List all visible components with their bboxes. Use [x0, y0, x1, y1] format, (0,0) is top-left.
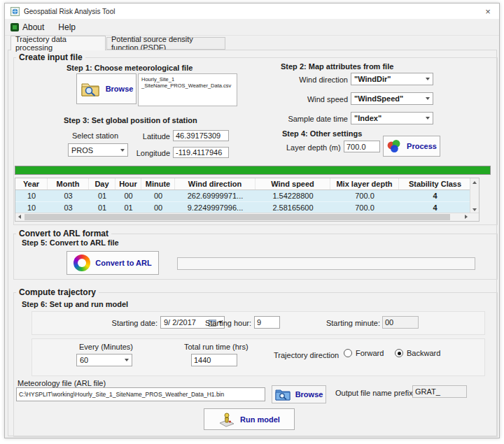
- cell: 700.0: [330, 202, 399, 213]
- cell: 00: [141, 202, 175, 213]
- wind-direction-label: Wind direction: [282, 76, 348, 84]
- forward-radio[interactable]: Forward: [344, 349, 384, 357]
- cell: 2.58165600: [255, 202, 330, 213]
- browse-arl-button[interactable]: Browse: [272, 385, 326, 403]
- weather-data-grid: Year Month Day Hour Minute Wind directio…: [15, 178, 479, 222]
- menu-help[interactable]: Help: [51, 19, 83, 35]
- horizontal-scrollbar[interactable]: [15, 213, 479, 221]
- run-model-icon: [218, 411, 235, 428]
- step5-title: Step 5: Convert to ARL file: [22, 238, 119, 247]
- run-model-button[interactable]: Run model: [204, 408, 295, 430]
- rgb-spheres-icon: [386, 139, 402, 153]
- col-hour[interactable]: Hour: [115, 178, 141, 189]
- step3-title: Step 3: Set global position of station: [64, 116, 197, 124]
- longitude-field[interactable]: -119.4117946: [173, 147, 229, 158]
- tab-psdf[interactable]: Potential source density function (PSDF): [106, 37, 225, 50]
- menu-help-label: Help: [58, 22, 76, 32]
- longitude-value: -119.4117946: [176, 148, 222, 157]
- chevron-down-icon: [426, 78, 430, 80]
- cell: 10: [15, 190, 48, 201]
- total-run-time-label: Total run time (hrs): [184, 343, 248, 351]
- cell: 4: [399, 202, 471, 213]
- col-stability[interactable]: Stability Class: [399, 178, 471, 189]
- starting-hour-value: 9: [257, 318, 261, 327]
- every-minutes-select[interactable]: 60: [76, 354, 132, 366]
- tab-label: Trajectory data processing: [15, 35, 101, 52]
- cell: 10: [15, 202, 48, 213]
- latitude-label: Latitude: [117, 132, 170, 141]
- process-button[interactable]: Process: [383, 136, 440, 157]
- browse-label: Browse: [106, 85, 134, 93]
- latitude-value: 46.39175309: [176, 131, 220, 140]
- close-button[interactable]: ×: [477, 3, 499, 19]
- cell: 01: [115, 202, 141, 213]
- latitude-field[interactable]: 46.39175309: [173, 130, 229, 141]
- cell: 01: [89, 202, 115, 213]
- backward-radio[interactable]: Backward: [395, 349, 440, 357]
- convert-to-arl-button[interactable]: Convert to ARL: [66, 251, 159, 275]
- chevron-down-icon: [426, 117, 430, 120]
- starting-date-label: Starting date:: [65, 319, 158, 327]
- output-prefix-field[interactable]: GRAT_: [412, 385, 467, 398]
- file-name-line2: _SiteName_PROS_Weather_Data.csv: [141, 83, 231, 89]
- wind-speed-select[interactable]: "WindSpeed": [351, 92, 433, 105]
- trajectory-direction-label: Trajectory direction: [274, 351, 339, 359]
- menu-bar: About Help: [5, 19, 499, 36]
- met-file-name-box[interactable]: Hourly_Site_1 _SiteName_PROS_Weather_Dat…: [138, 73, 237, 106]
- chevron-down-icon: [426, 97, 430, 100]
- met-arl-file-label: Meteorology file (ARL file): [18, 379, 106, 387]
- radio-selected-icon: [395, 349, 403, 357]
- total-run-time-field[interactable]: 1440: [191, 354, 237, 366]
- col-mix-depth[interactable]: Mix layer depth: [330, 178, 399, 189]
- about-icon: [10, 23, 19, 31]
- layer-depth-field[interactable]: 700.0: [344, 141, 380, 152]
- output-prefix-label: Output file name prefix: [335, 389, 413, 397]
- step4-title: Step 4: Other settings: [282, 129, 362, 138]
- browse-label: Browse: [295, 390, 323, 399]
- longitude-label: Longitude: [117, 149, 170, 157]
- tab-trajectory-data-processing[interactable]: Trajectory data processing: [10, 36, 106, 50]
- layer-depth-label: Layer depth (m): [286, 143, 341, 152]
- col-wind-dir[interactable]: Wind direction: [175, 178, 255, 189]
- met-arl-file-field[interactable]: C:\HYSPLIT\working\Hourly_Site_1_SiteNam…: [16, 387, 265, 401]
- col-month[interactable]: Month: [48, 178, 89, 189]
- backward-label: Backward: [407, 349, 440, 357]
- compute-heading: Compute trajectory: [16, 287, 99, 297]
- app-window: Geospatial Risk Analysis Tool × About He…: [4, 3, 500, 438]
- scroll-right-icon: [465, 215, 468, 219]
- create-input-heading: Create input file: [16, 52, 85, 62]
- cell: 00: [141, 190, 175, 201]
- col-year[interactable]: Year: [15, 178, 48, 189]
- layer-depth-value: 700.0: [346, 143, 366, 151]
- col-wind-spd[interactable]: Wind speed: [255, 178, 330, 189]
- run-model-label: Run model: [240, 415, 280, 424]
- browse-met-file-button[interactable]: Browse: [76, 73, 136, 104]
- convert-heading: Convert to ARL format: [16, 229, 111, 238]
- output-prefix-value: GRAT_: [415, 387, 440, 396]
- forward-label: Forward: [356, 349, 384, 357]
- process-label: Process: [407, 142, 437, 150]
- title-bar: Geospatial Risk Analysis Tool ×: [5, 3, 499, 19]
- grid-row-1[interactable]: 10 03 01 00 00 262.69999971... 1.5422880…: [15, 190, 471, 202]
- tab-strip: Trajectory data processing Potential sou…: [8, 36, 496, 50]
- starting-minute-field[interactable]: 00: [382, 316, 419, 329]
- chevron-down-icon: [125, 359, 129, 361]
- color-cycle-icon: [74, 255, 90, 271]
- sample-date-select[interactable]: "Index": [351, 112, 433, 124]
- starting-minute-label: Starting minute:: [303, 319, 380, 327]
- menu-about[interactable]: About: [5, 19, 51, 35]
- station-value: PROS: [71, 146, 93, 155]
- wind-speed-value: "WindSpeed": [354, 94, 403, 103]
- every-minutes-label: Every (Minutes): [79, 343, 133, 351]
- starting-hour-field[interactable]: 9: [254, 316, 280, 329]
- vertical-scrollbar[interactable]: [470, 178, 479, 214]
- wind-direction-select[interactable]: "WindDir": [351, 73, 433, 85]
- cell: 03: [48, 190, 89, 201]
- col-minute[interactable]: Minute: [141, 178, 175, 189]
- col-day[interactable]: Day: [89, 178, 115, 189]
- cell: 9.2249997996...: [175, 202, 255, 213]
- scroll-down-icon: [472, 208, 477, 211]
- scrollbar-thumb[interactable]: [24, 214, 450, 220]
- wind-direction-value: "WindDir": [354, 75, 391, 83]
- radio-icon: [344, 349, 352, 357]
